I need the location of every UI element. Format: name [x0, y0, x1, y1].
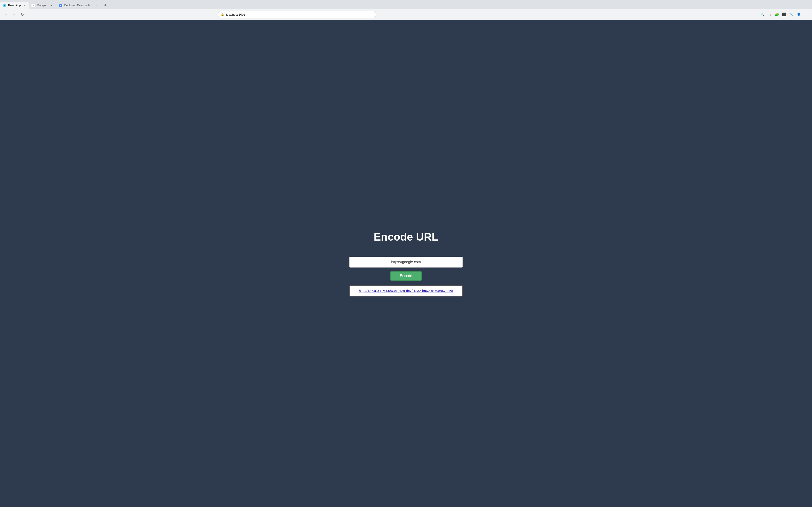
tab-react-app[interactable]: ⚛ React App ×	[0, 2, 29, 9]
tab-deploy-close[interactable]: ×	[95, 4, 99, 7]
extensions-puzzle-button[interactable]: 🧩	[774, 11, 780, 18]
menu-button[interactable]: ⋮	[803, 11, 809, 18]
tab-react-app-title: React App	[8, 4, 20, 7]
profile-button[interactable]: 👤	[796, 11, 802, 18]
tab-react-app-close[interactable]: ×	[22, 4, 26, 7]
url-input[interactable]	[349, 257, 463, 268]
page-content: Encode URL Encode http://127.0.0.1:5000/…	[0, 20, 812, 507]
react-favicon: ⚛	[3, 4, 6, 7]
tab-deploy-title: Deploying React with Zero Con…	[64, 4, 93, 7]
google-favicon: G	[32, 4, 35, 7]
encode-button[interactable]: Encode	[390, 271, 422, 281]
tab-google[interactable]: G Google ×	[29, 2, 56, 9]
result-container: http://127.0.0.1:5000/43becf29-dc7f-4c32…	[349, 285, 463, 296]
address-bar: ← → ↻ 🔒 localhost:3001 🔍 ☆ 🧩 ⬛ 🔧 👤 ⋮	[0, 9, 812, 20]
browser-actions: 🔍 ☆ 🧩 ⬛ 🔧 👤 ⋮	[759, 11, 809, 18]
zoom-button[interactable]: 🔍	[759, 11, 766, 18]
url-display: localhost:3001	[226, 13, 373, 16]
tab-bar: ⚛ React App × G Google × ▶ Deploying Rea…	[0, 0, 812, 9]
reload-button[interactable]: ↻	[19, 11, 26, 18]
browser-chrome: ⚛ React App × G Google × ▶ Deploying Rea…	[0, 0, 812, 20]
forward-button[interactable]: →	[11, 11, 17, 18]
tab-google-title: Google	[37, 4, 48, 7]
tab-deploy[interactable]: ▶ Deploying React with Zero Con… ×	[56, 2, 101, 9]
result-link[interactable]: http://127.0.0.1:5000/43becf29-dc7f-4c32…	[359, 289, 453, 293]
extension-button-1[interactable]: ⬛	[781, 11, 788, 18]
page-title: Encode URL	[373, 231, 438, 243]
star-button[interactable]: ☆	[767, 11, 773, 18]
url-bar[interactable]: 🔒 localhost:3001	[218, 11, 376, 18]
tab-google-close[interactable]: ×	[50, 4, 53, 7]
back-button[interactable]: ←	[3, 11, 9, 18]
lock-icon: 🔒	[221, 13, 224, 16]
extensions-button[interactable]: 🔧	[789, 11, 795, 18]
deploy-favicon: ▶	[59, 4, 62, 7]
new-tab-button[interactable]: +	[102, 2, 108, 9]
